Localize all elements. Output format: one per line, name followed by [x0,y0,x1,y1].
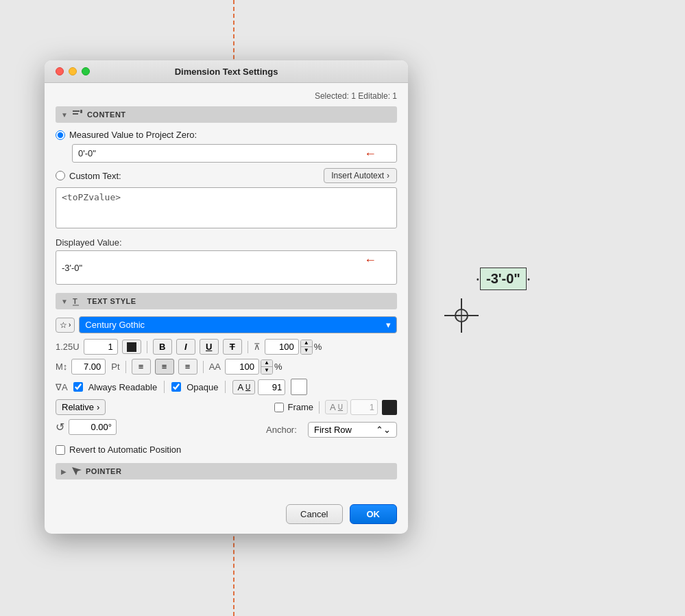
relative-button[interactable]: Relative › [56,399,106,415]
height-scale-group: ▲ ▼ % [265,339,322,355]
width-scale-up[interactable]: ▲ [261,360,272,367]
align-left-button[interactable]: ≡ [132,359,151,375]
anchor-col: Anchor: First Row ⌃⌄ [266,422,397,438]
content-header-label: CONTENT [87,110,126,119]
crosshair-circle [455,309,468,322]
text-style-section: ▼ T TEXT STYLE ☆ › Century Gothic ▾ [56,293,397,455]
relative-col: Relative › [56,399,270,415]
content-icon [72,109,83,120]
revert-checkbox[interactable] [56,445,65,455]
measured-value-input-group: ← [72,144,397,163]
text-color-button[interactable]: A U [232,380,255,394]
separator-7 [319,401,320,414]
measured-value-label: Measured Value to Project Zero: [69,130,197,140]
displayed-value-input[interactable] [56,250,397,285]
width-scale-group: ▲ ▼ % [225,359,283,375]
color-swatch-white[interactable] [291,379,307,395]
height-pct-label: % [314,342,322,352]
revert-row: Revert to Automatic Position [56,445,397,455]
pointer-section: ▶ POINTER [56,463,397,479]
title-bar: Dimension Text Settings [45,60,408,83]
frame-check-col: Frame [274,402,314,412]
anchor-label: Anchor: [266,425,304,435]
color-opacity-group: A U [232,379,285,395]
separator-5 [164,381,165,393]
width-pct-label: % [274,362,283,372]
dialog-buttons: Cancel OK [45,499,408,534]
height-scale-input[interactable] [265,339,299,355]
rotation-icon: ↺ [56,420,64,434]
width-scale-input[interactable] [225,359,259,375]
frame-color-button[interactable]: A U [325,400,348,414]
height-scale-up[interactable]: ▲ [301,340,312,347]
measured-value-input[interactable] [72,144,397,163]
width-scale-icon: AA [209,362,221,372]
pointer-icon [71,466,82,477]
anchor-dropdown[interactable]: First Row ⌃⌄ [308,422,397,438]
custom-text-radio[interactable] [56,171,65,180]
separator-1 [147,341,147,353]
close-button[interactable] [56,67,64,75]
selected-info: Selected: 1 Editable: 1 [56,88,397,106]
frame-color-swatch[interactable] [382,400,397,415]
minimize-button[interactable] [69,67,77,75]
font-dropdown[interactable]: Century Gothic ▾ [79,316,397,333]
custom-text-area[interactable]: <toPZvalue> [56,187,397,228]
align-center-button[interactable]: ≡ [155,359,174,375]
content-collapse-arrow: ▼ [61,111,68,119]
insert-autotext-button[interactable]: Insert Autotext › [324,168,397,183]
frame-checkbox[interactable] [274,403,284,412]
separator-6 [225,381,226,393]
height-scale-stepper[interactable]: ▲ ▼ [300,340,313,355]
dialog-body: Selected: 1 Editable: 1 ▼ CONTENT Measur… [45,83,408,499]
text-style-icon: T [72,296,83,307]
maximize-button[interactable] [82,67,90,75]
spacing-icon: M↕ [56,362,67,372]
pointer-section-header[interactable]: ▶ POINTER [56,463,397,479]
svg-text:T: T [73,297,77,305]
cancel-button[interactable]: Cancel [286,504,342,524]
opacity-input[interactable] [258,379,285,395]
content-section: ▼ CONTENT Measured Value to Project Zero… [56,106,397,285]
custom-text-row: Custom Text: Insert Autotext › [56,168,397,183]
text-style-section-header[interactable]: ▼ T TEXT STYLE [56,293,397,309]
align-right-button[interactable]: ≡ [178,359,197,375]
dialog-title: Dimension Text Settings [175,67,278,77]
dialog-window: Dimension Text Settings Selected: 1 Edit… [45,60,408,534]
crosshair [444,298,479,333]
bold-button[interactable]: B [153,339,172,355]
always-readable-checkbox[interactable] [73,382,83,392]
width-scale-down[interactable]: ▼ [261,367,272,374]
size-icon: 1.25U [56,342,80,352]
height-scale-down[interactable]: ▼ [301,347,312,354]
frame-label: Frame [288,402,314,412]
displayed-value-label: Displayed Value: [56,237,397,248]
favorites-button[interactable]: ☆ › [56,318,75,333]
frame-opacity-input [350,399,378,415]
pointer-collapse-arrow: ▶ [61,468,67,475]
underline-button[interactable]: U [200,339,219,355]
content-section-header[interactable]: ▼ CONTENT [56,106,397,123]
line-spacing-input[interactable] [71,359,106,375]
measured-value-radio[interactable] [56,130,65,140]
font-size-input[interactable] [84,339,118,355]
window-controls [56,67,90,75]
svg-rect-0 [73,110,80,112]
separator-2 [248,341,248,353]
strikethrough-button[interactable]: T [223,339,242,355]
opaque-checkbox[interactable] [171,382,181,392]
measured-value-row: Measured Value to Project Zero: [56,130,397,140]
ok-button[interactable]: OK [350,504,398,524]
pt-label: Pt [111,362,119,372]
text-style-header-label: TEXT STYLE [87,297,136,305]
custom-text-label: Custom Text: [69,171,121,181]
text-style-collapse-arrow: ▼ [61,298,68,305]
black-square-btn[interactable] [122,340,141,355]
italic-button[interactable]: I [176,339,195,355]
svg-rect-1 [73,113,78,115]
opaque-label: Opaque [187,382,218,392]
readable-opaque-row: ∇A Always Readable Opaque A U [56,379,397,395]
height-scale-icon: ⊼ [254,342,261,352]
width-scale-stepper[interactable]: ▲ ▼ [261,359,273,375]
rotation-input[interactable] [69,419,117,435]
